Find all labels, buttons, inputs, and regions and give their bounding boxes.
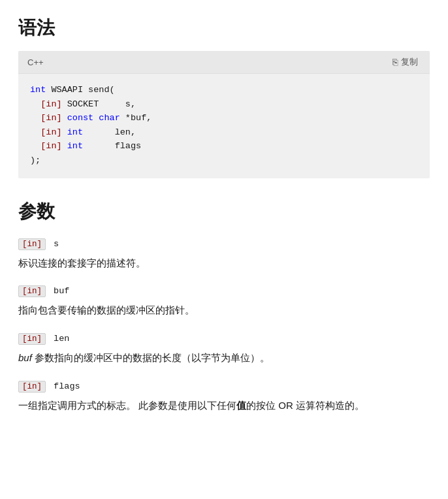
copy-icon: ⎘	[392, 57, 398, 67]
param-flags-highlight: 值	[236, 400, 246, 411]
param-s-tag: [in]	[18, 238, 46, 250]
code-block-header: C++ ⎘ 复制	[18, 51, 430, 74]
param-buf-desc: 指向包含要传输的数据的缓冲区的指针。	[18, 302, 430, 319]
param-flags-label-row: [in] flags	[18, 379, 430, 393]
param-len-desc: buf 参数指向的缓冲区中的数据的长度（以字节为单位）。	[18, 350, 430, 366]
param-len-label-row: [in] len	[18, 332, 430, 345]
params-title: 参数	[18, 199, 430, 224]
param-flags-tag: [in]	[18, 381, 46, 393]
param-flags-desc: 一组指定调用方式的标志。 此参数是使用以下任何值的按位 OR 运算符构造的。	[18, 398, 430, 414]
param-flags-name: flags	[48, 381, 80, 391]
param-len-tag: [in]	[18, 333, 46, 345]
param-buf-label-row: [in] buf	[18, 284, 430, 297]
code-pre: int WSAAPI send( [in] SOCKET s, [in] con…	[18, 74, 430, 178]
copy-label: 复制	[401, 56, 418, 68]
param-s-label-row: [in] s	[18, 237, 430, 250]
syntax-title: 语法	[18, 16, 430, 40]
param-len-name: len	[48, 334, 69, 344]
copy-button[interactable]: ⎘ 复制	[390, 55, 421, 69]
language-label: C++	[27, 57, 44, 67]
param-buf-tag: [in]	[18, 285, 46, 297]
param-s-desc: 标识连接的套接字的描述符。	[18, 255, 430, 272]
param-len-italic: buf	[18, 352, 32, 363]
param-s-name: s	[48, 239, 59, 249]
code-block: C++ ⎘ 复制 int WSAAPI send( [in] SOCKET s,…	[18, 51, 430, 178]
param-buf-name: buf	[48, 286, 69, 296]
